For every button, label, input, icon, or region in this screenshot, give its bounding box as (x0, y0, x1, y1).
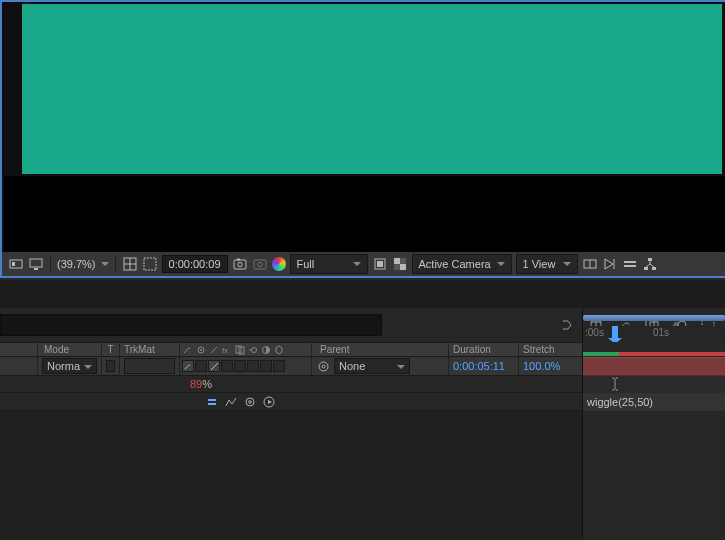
pickwhip-icon[interactable] (316, 359, 330, 373)
view-layout-dropdown[interactable]: 1 View (516, 254, 578, 274)
svg-point-12 (257, 262, 261, 266)
flowchart-icon[interactable] (642, 256, 658, 272)
current-time-value: 0:00:00:09 (169, 258, 221, 270)
parent-dropdown[interactable]: None (334, 358, 410, 374)
chevron-down-icon (397, 365, 405, 369)
uncached-frames-indicator (619, 352, 726, 356)
mask-visibility-icon[interactable] (142, 256, 158, 272)
pixel-aspect-icon[interactable] (582, 256, 598, 272)
svg-rect-14 (377, 261, 383, 267)
resolution-value: Full (297, 258, 315, 270)
expression-enable-icon[interactable] (205, 395, 219, 409)
svg-rect-10 (237, 259, 240, 261)
collapse-switch-icon (195, 344, 207, 356)
time-ruler-strip (583, 342, 725, 357)
stretch-header[interactable]: Stretch (519, 343, 583, 356)
blend-mode-dropdown[interactable]: Norma (42, 358, 97, 374)
expression-pickwhip-icon[interactable] (243, 395, 257, 409)
expression-row (0, 393, 583, 411)
trkmat-header[interactable]: TrkMat (120, 343, 180, 356)
3d-toggle[interactable] (273, 360, 285, 372)
resolution-dropdown[interactable]: Full (290, 254, 368, 274)
collapse-toggle[interactable] (195, 360, 207, 372)
region-of-interest-icon[interactable] (372, 256, 388, 272)
chevron-down-icon (84, 365, 92, 369)
adjustment-toggle[interactable] (260, 360, 272, 372)
expression-text: wiggle(25,50) (587, 396, 653, 408)
layer-row[interactable]: Norma None 0:00:05:11 (0, 357, 583, 376)
mode-header[interactable]: Mode (38, 343, 102, 356)
duration-header[interactable]: Duration (449, 343, 519, 356)
monitor-icon[interactable] (28, 256, 44, 272)
timeline-split-divider[interactable] (582, 308, 583, 540)
show-snapshot-icon[interactable] (252, 256, 268, 272)
property-value[interactable]: 89% (190, 378, 212, 390)
svg-rect-26 (652, 267, 656, 270)
quality-toggle[interactable] (208, 360, 220, 372)
svg-rect-11 (254, 260, 266, 269)
motion-blur-toggle[interactable] (247, 360, 259, 372)
svg-rect-18 (394, 264, 400, 270)
always-preview-icon[interactable] (8, 256, 24, 272)
parent-header[interactable]: Parent (312, 343, 449, 356)
svg-rect-1 (12, 262, 15, 266)
svg-point-45 (319, 362, 328, 371)
timeline-icon[interactable] (622, 256, 638, 272)
fx-toggle[interactable] (221, 360, 233, 372)
svg-rect-2 (30, 259, 42, 267)
cached-frames-indicator (583, 352, 619, 356)
ruler-tick: 01s (653, 327, 669, 338)
preserve-transparency-toggle[interactable] (106, 360, 115, 372)
expression-graph-icon[interactable] (224, 395, 238, 409)
expression-field[interactable]: wiggle(25,50) (583, 393, 725, 411)
timeline-body-left[interactable] (0, 411, 583, 540)
3d-switch-icon (273, 344, 285, 356)
comp-mini-flowchart-icon[interactable] (559, 316, 577, 334)
property-row-track[interactable] (583, 376, 725, 393)
preserve-transparency-header[interactable]: T (102, 343, 120, 356)
color-channel-icon[interactable] (272, 257, 286, 271)
duration-cell[interactable]: 0:00:05:11 (449, 357, 519, 375)
svg-rect-7 (144, 258, 156, 270)
transparency-grid-icon[interactable] (392, 256, 408, 272)
current-time-display[interactable]: 0:00:00:09 (162, 255, 228, 273)
time-ruler[interactable]: :00s 01s (583, 326, 725, 340)
av-cells[interactable] (0, 357, 38, 375)
timeline-search-input[interactable] (0, 314, 382, 336)
chevron-down-icon (497, 262, 505, 266)
panel-divider[interactable] (0, 280, 725, 308)
trkmat-dropdown[interactable] (124, 358, 175, 374)
snapshot-icon[interactable] (232, 256, 248, 272)
shy-toggle[interactable] (182, 360, 194, 372)
svg-rect-24 (648, 258, 652, 261)
adjustment-switch-icon (260, 344, 272, 356)
text-cursor-icon (611, 377, 619, 391)
parent-value: None (339, 360, 365, 372)
work-area-bar[interactable] (583, 315, 725, 321)
svg-line-29 (650, 264, 654, 267)
timeline-body-right[interactable] (583, 411, 725, 540)
av-columns-header (0, 343, 38, 356)
zoom-dropdown[interactable]: (39.7%) (57, 258, 109, 270)
view-layout-value: 1 View (523, 258, 556, 270)
expression-language-menu-icon[interactable] (262, 395, 276, 409)
fast-preview-icon[interactable] (602, 256, 618, 272)
cti-playhead[interactable] (612, 326, 618, 338)
frame-blend-toggle[interactable] (234, 360, 246, 372)
quality-switch-icon (208, 344, 220, 356)
svg-rect-0 (10, 260, 22, 268)
chevron-down-icon (563, 262, 571, 266)
svg-rect-16 (400, 264, 406, 270)
separator (50, 256, 51, 272)
property-row[interactable]: 89% (0, 376, 583, 393)
stretch-cell[interactable]: 100.0% (519, 357, 583, 375)
comp-canvas[interactable] (22, 4, 722, 174)
svg-rect-17 (400, 258, 406, 264)
separator (115, 256, 116, 272)
switches-header: fx (180, 343, 312, 356)
grid-icon[interactable] (122, 256, 138, 272)
chevron-down-icon (101, 262, 109, 266)
active-camera-dropdown[interactable]: Active Camera (412, 254, 512, 274)
svg-rect-25 (644, 267, 648, 270)
layer-duration-bar[interactable] (583, 357, 725, 376)
